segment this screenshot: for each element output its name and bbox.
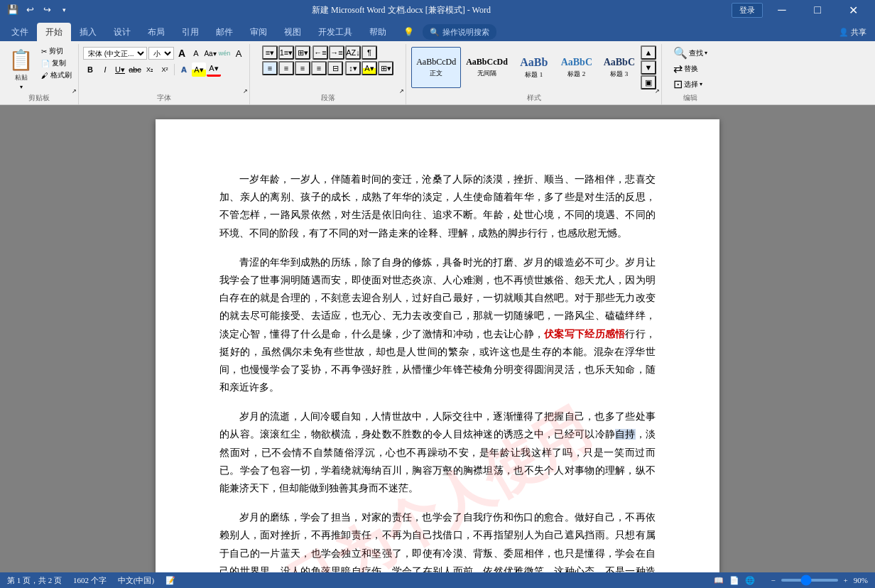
style-heading1-label: 标题 1 xyxy=(525,70,543,80)
font-shrink-button[interactable]: A xyxy=(190,47,202,60)
text-effect-button[interactable]: A xyxy=(177,62,191,77)
justify-button[interactable]: ≡ xyxy=(311,61,327,75)
cut-button[interactable]: ✂ 剪切 xyxy=(39,45,74,57)
copy-button[interactable]: 📄 复制 xyxy=(39,58,74,69)
zoom-out-icon[interactable]: − xyxy=(771,576,775,584)
paste-dropdown[interactable]: ▾ xyxy=(20,84,23,90)
underline-button[interactable]: U▾ xyxy=(113,62,127,77)
style-heading3[interactable]: AaBbC 标题 3 xyxy=(598,47,641,88)
maximize-button[interactable]: □ xyxy=(801,0,834,20)
quick-access-toolbar: 💾 ↩ ↪ ▾ xyxy=(6,3,71,17)
style-normal-label: 正文 xyxy=(430,69,442,78)
decrease-indent-button[interactable]: ←≡ xyxy=(312,45,328,60)
status-bar: 第 1 页，共 2 页 1602 个字 中文(中国) 📝 📖 📄 🌐 − + 9… xyxy=(0,572,875,588)
tab-file[interactable]: 文件 xyxy=(3,23,37,41)
style-heading3-preview: AaBbC xyxy=(604,57,635,68)
increase-indent-button[interactable]: →≡ xyxy=(329,45,344,60)
clear-format-button[interactable]: A xyxy=(232,47,245,60)
tab-home[interactable]: 开始 xyxy=(37,23,71,41)
strikethrough-button[interactable]: abc xyxy=(128,62,142,77)
font-expand-icon[interactable]: ↗ xyxy=(243,88,248,94)
close-button[interactable]: ✕ xyxy=(837,0,869,20)
phonetic-guide-button[interactable]: wén xyxy=(218,47,231,60)
tab-search[interactable]: 🔍 操作说明搜索 xyxy=(423,24,496,40)
superscript-button[interactable]: X² xyxy=(158,62,172,77)
word-count: 1602 个字 xyxy=(73,575,107,586)
macro-icon[interactable]: 📝 xyxy=(165,576,175,585)
document-page[interactable]: 只为个人使用 一岁年龄，一岁人，伴随着时间的变迁，沧桑了人际的淡漠，挫折、顺当、… xyxy=(156,119,719,572)
style-heading2[interactable]: AaBbC 标题 2 xyxy=(555,47,598,88)
styles-more[interactable]: ▣ xyxy=(641,75,656,89)
paragraph-group: ≡▾ 1≡▾ ⊞▾ ←≡ →≡ AZ↓ ¶ ≡ ≡ ≡ ≡ ⊟ ↕▾ A▾ ⊞▾ xyxy=(250,44,406,104)
language: 中文(中国) xyxy=(118,575,154,586)
ribbon-toolbar: 📋 粘贴 ▾ ✂ 剪切 📄 复制 🖌 格式刷 剪贴板 ↗ xyxy=(0,41,875,105)
paste-button[interactable]: 📋 粘贴 ▾ xyxy=(4,45,38,93)
share-button[interactable]: 👤共享 xyxy=(830,23,875,41)
show-marks-button[interactable]: ¶ xyxy=(362,45,377,60)
tab-lightbulb[interactable]: 💡 xyxy=(395,23,423,41)
view-read-icon[interactable]: 📖 xyxy=(714,576,724,585)
paste-icon: 📋 xyxy=(9,48,33,72)
style-no-spacing[interactable]: AaBbCcDd 无间隔 xyxy=(461,47,513,88)
styles-expand-icon[interactable]: ↗ xyxy=(655,88,660,94)
styles-list: AaBbCcDd 正文 AaBbCcDd 无间隔 AaBb 标题 1 AaBbC… xyxy=(411,45,656,89)
tab-view[interactable]: 视图 xyxy=(276,23,310,41)
tab-review[interactable]: 审阅 xyxy=(241,23,276,41)
minimize-button[interactable]: ─ xyxy=(766,0,798,20)
shading-button[interactable]: A▾ xyxy=(362,61,377,75)
select-button[interactable]: ⊡ 选择 ▾ xyxy=(671,77,705,92)
ordered-list-button[interactable]: 1≡▾ xyxy=(278,45,294,60)
font-color-button[interactable]: A▾ xyxy=(207,62,221,77)
subscript-button[interactable]: X₂ xyxy=(143,62,157,77)
customize-quick-access-icon[interactable]: ▾ xyxy=(57,3,71,17)
style-heading1[interactable]: AaBb 标题 1 xyxy=(513,47,555,88)
style-no-spacing-preview: AaBbCcDd xyxy=(466,57,508,67)
find-button[interactable]: 🔍 查找 ▾ xyxy=(671,45,710,60)
highlight-button[interactable]: A▾ xyxy=(192,62,206,77)
format-painter-button[interactable]: 🖌 格式刷 xyxy=(39,70,74,81)
align-center-button[interactable]: ≡ xyxy=(278,61,294,75)
unordered-list-button[interactable]: ≡▾ xyxy=(262,45,278,60)
change-case-button[interactable]: Aa▾ xyxy=(204,47,217,60)
tab-layout[interactable]: 布局 xyxy=(139,23,173,41)
tab-references[interactable]: 引用 xyxy=(173,23,207,41)
selected-word: 自持 xyxy=(615,429,636,440)
styles-scroll-up[interactable]: ▲ xyxy=(641,45,656,60)
zoom-slider[interactable] xyxy=(781,579,838,582)
tab-insert[interactable]: 插入 xyxy=(71,23,105,41)
font-grow-button[interactable]: A xyxy=(175,47,188,60)
zoom-level[interactable]: 90% xyxy=(854,576,868,584)
title-bar-right: 登录 ─ □ ✕ xyxy=(732,0,869,20)
line-spacing-button[interactable]: ↕▾ xyxy=(345,61,361,75)
styles-scroll-down[interactable]: ▼ xyxy=(641,60,656,75)
align-left-button[interactable]: ≡ xyxy=(262,61,278,75)
align-distribute-button[interactable]: ⊟ xyxy=(327,61,343,75)
paragraph-expand-icon[interactable]: ↗ xyxy=(399,88,404,94)
clipboard-expand-icon[interactable]: ↗ xyxy=(72,88,77,94)
tab-mailings[interactable]: 邮件 xyxy=(207,23,241,41)
paragraph-controls: ≡▾ 1≡▾ ⊞▾ ←≡ →≡ AZ↓ ¶ ≡ ≡ ≡ ≡ ⊟ ↕▾ A▾ ⊞▾ xyxy=(262,45,393,75)
style-normal[interactable]: AaBbCcDd 正文 xyxy=(411,47,461,88)
font-size-select[interactable]: 小四 xyxy=(148,47,174,60)
view-web-icon[interactable]: 🌐 xyxy=(745,576,755,585)
align-right-button[interactable]: ≡ xyxy=(295,61,310,75)
paragraph-1: 一岁年龄，一岁人，伴随着时间的变迁，沧桑了人际的淡漠，挫折、顺当、一路相伴，悲喜… xyxy=(219,170,656,242)
redo-icon[interactable]: ↪ xyxy=(40,3,54,17)
tab-design[interactable]: 设计 xyxy=(105,23,139,41)
tab-help[interactable]: 帮助 xyxy=(361,23,395,41)
font-family-select[interactable]: 宋体 (中文正... xyxy=(83,47,147,60)
save-icon[interactable]: 💾 xyxy=(6,3,20,17)
undo-icon[interactable]: ↩ xyxy=(23,3,37,17)
view-print-icon[interactable]: 📄 xyxy=(729,576,739,585)
replace-button[interactable]: ⇄ 替换 xyxy=(671,61,700,76)
zoom-in-icon[interactable]: + xyxy=(844,576,848,584)
borders-button[interactable]: ⊞▾ xyxy=(378,61,393,75)
tab-developer[interactable]: 开发工具 xyxy=(310,23,361,41)
login-button[interactable]: 登录 xyxy=(732,3,763,18)
bold-button[interactable]: B xyxy=(83,62,97,77)
italic-button[interactable]: I xyxy=(98,62,112,77)
replace-icon: ⇄ xyxy=(673,62,683,75)
multilevel-list-button[interactable]: ⊞▾ xyxy=(295,45,310,60)
document-container[interactable]: 只为个人使用 一岁年龄，一岁人，伴随着时间的变迁，沧桑了人际的淡漠，挫折、顺当、… xyxy=(0,105,875,572)
sort-button[interactable]: AZ↓ xyxy=(345,45,361,60)
